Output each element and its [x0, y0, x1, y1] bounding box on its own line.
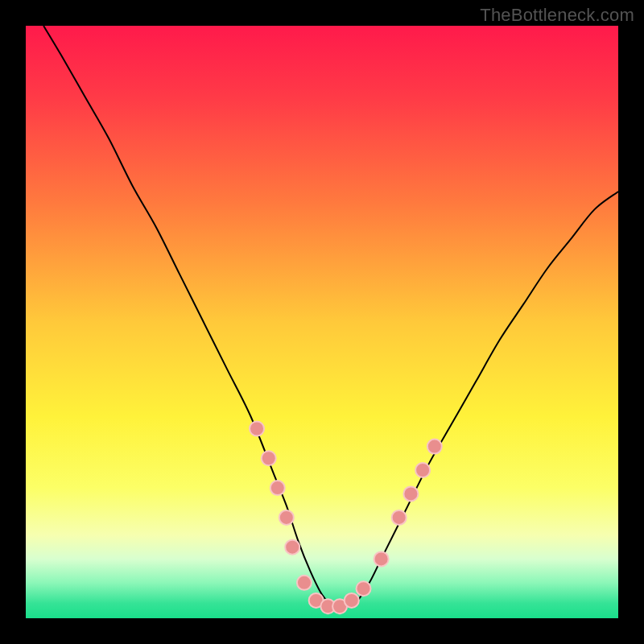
marker-dot: [250, 421, 264, 436]
watermark-text: TheBottleneck.com: [480, 5, 634, 26]
marker-dot: [392, 510, 407, 525]
outer-frame: TheBottleneck.com: [0, 0, 644, 644]
marker-dot: [345, 593, 359, 608]
marker-dot: [427, 440, 442, 454]
marker-dot: [262, 451, 276, 465]
marker-dot: [285, 540, 299, 555]
marker-dot: [279, 510, 294, 525]
marker-dot: [297, 576, 312, 590]
marker-dot: [270, 481, 285, 495]
marker-dot: [403, 486, 418, 501]
chart-plot: [26, 26, 618, 618]
marker-dot: [357, 581, 371, 596]
marker-dot: [374, 551, 389, 566]
plot-background: [26, 26, 618, 618]
marker-dot: [415, 463, 430, 477]
